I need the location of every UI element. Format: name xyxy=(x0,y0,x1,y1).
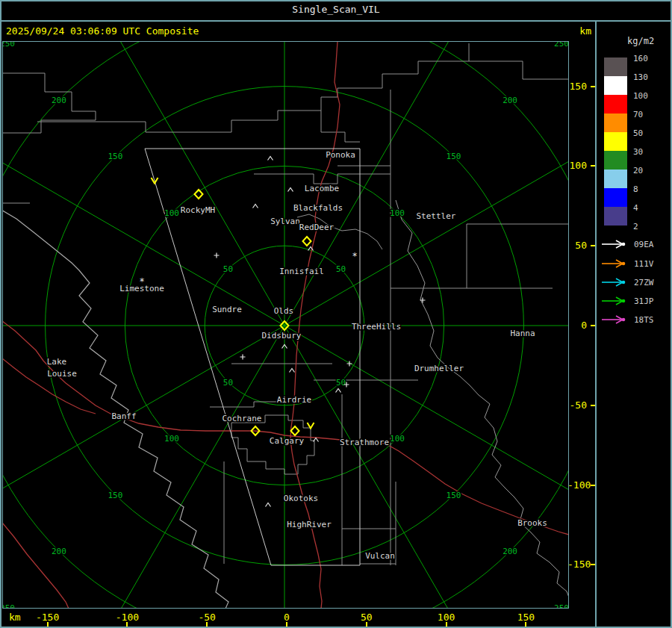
x-axis-tick-label: 50 xyxy=(352,612,382,623)
x-axis-tick xyxy=(206,622,208,627)
radar-viewer-window: Single_Scan_VIL 2025/09/24 03:06:09 UTC … xyxy=(0,0,672,628)
city-label: Ponoka xyxy=(326,150,355,160)
scale-value-label: 50 xyxy=(633,128,663,138)
x-axis-tick xyxy=(446,622,447,627)
ring-distance-label: 50 xyxy=(223,378,233,388)
ring-distance-label: 100 xyxy=(390,208,405,218)
city-label: RedDeer xyxy=(299,223,335,232)
y-axis-tick xyxy=(591,485,595,486)
river-line xyxy=(396,200,569,597)
ring-distance-label: 50 xyxy=(223,264,233,274)
city-label: Hanna xyxy=(510,329,535,338)
map-canvas[interactable]: 5010015020025050100150200250501001502002… xyxy=(2,41,569,609)
x-axis-tick-label: 0 xyxy=(272,612,302,623)
track-id-label: 31JP xyxy=(634,296,654,306)
scale-swatch xyxy=(604,207,627,226)
city-label: Strathmore xyxy=(340,438,389,447)
storm-vector-marker xyxy=(308,423,314,429)
y-axis-tick-label: 0 xyxy=(567,320,587,331)
ring-distance-label: 250 xyxy=(554,41,569,49)
ring-distance-label: 250 xyxy=(554,603,569,609)
x-axis-tick-label: 100 xyxy=(432,612,461,623)
scale-value-label: 160 xyxy=(633,54,663,63)
y-axis-tick xyxy=(591,165,595,167)
city-label: Lake xyxy=(47,357,67,367)
track-legend-row: 09EA xyxy=(601,239,654,249)
title-separator xyxy=(0,20,672,22)
city-label: Brooks xyxy=(517,518,547,528)
ring-distance-label: 250 xyxy=(2,41,15,49)
x-axis-tick xyxy=(286,622,287,627)
y-axis-tick-label: -50 xyxy=(567,400,587,411)
city-label: Cochrane xyxy=(223,414,262,423)
city-label: Stettler xyxy=(417,211,456,221)
track-arrow-icon xyxy=(601,296,628,306)
city-label: Blackfalds xyxy=(293,203,343,213)
ring-distance-label: 200 xyxy=(52,96,66,105)
x-axis-tick xyxy=(126,622,128,627)
city-label: Louise xyxy=(47,369,77,379)
scale-swatch xyxy=(604,114,627,132)
radar-site-marker xyxy=(291,426,299,435)
y-axis-tick-label: 150 xyxy=(567,81,587,92)
track-legend-row: 18TS xyxy=(601,314,654,325)
y-axis-unit: km xyxy=(572,25,591,37)
city-label: ThreeHills xyxy=(352,322,401,332)
scale-value-label: 100 xyxy=(633,91,663,101)
y-axis-tick-label: 50 xyxy=(567,240,587,251)
x-axis-tick xyxy=(525,622,526,627)
x-axis-tick xyxy=(366,622,367,627)
town-plus-marker xyxy=(240,355,246,360)
city-label: Vulcan xyxy=(365,551,395,561)
city-label: Didsbury xyxy=(262,331,302,341)
town-caret-marker xyxy=(314,438,319,442)
scale-value-label: 8 xyxy=(633,184,663,194)
scale-swatch xyxy=(604,170,627,188)
ring-distance-label: 100 xyxy=(164,208,179,218)
town-caret-marker xyxy=(290,369,295,373)
x-axis-tick-label: -100 xyxy=(112,612,142,623)
town-caret-marker xyxy=(266,503,271,507)
scale-swatch xyxy=(604,76,627,95)
y-axis-tick-label: 100 xyxy=(567,160,587,171)
city-label: RockyMH xyxy=(181,205,215,215)
x-axis-unit: km xyxy=(9,612,21,623)
scale-swatch xyxy=(604,188,627,207)
legend-divider xyxy=(595,21,597,627)
ring-distance-label: 150 xyxy=(447,152,461,161)
ring-distance-label: 150 xyxy=(108,152,123,161)
ring-distance-label: 250 xyxy=(2,603,15,609)
scale-value-label: 4 xyxy=(633,203,663,213)
scale-value-label: 2 xyxy=(633,222,663,231)
x-axis-tick-label: -150 xyxy=(33,612,63,623)
town-caret-marker xyxy=(268,157,273,161)
ring-distance-label: 200 xyxy=(503,96,517,105)
city-label: Lacombe xyxy=(305,184,339,193)
x-axis-tick-label: 150 xyxy=(511,612,541,623)
city-label: Sundre xyxy=(212,305,242,314)
y-axis-tick xyxy=(591,405,595,406)
x-axis-tick-label: -50 xyxy=(192,612,222,623)
scale-value-label: 130 xyxy=(633,72,663,82)
track-legend-row: 31JP xyxy=(601,296,654,306)
town-caret-marker xyxy=(288,188,293,192)
city-label: Airdrie xyxy=(277,395,311,405)
city-label: Drumheller xyxy=(414,364,464,373)
city-label: Olds xyxy=(274,306,294,316)
scale-swatch xyxy=(604,57,627,76)
scale-swatch xyxy=(604,151,627,170)
radar-site-marker xyxy=(303,237,311,246)
scan-timestamp: 2025/09/24 03:06:09 UTC Composite xyxy=(6,25,199,37)
title-bar[interactable]: Single_Scan_VIL xyxy=(0,0,672,19)
town-caret-marker xyxy=(336,389,341,393)
county-boundary xyxy=(2,73,96,133)
track-arrow-icon xyxy=(601,239,628,249)
y-axis-tick xyxy=(591,564,595,565)
window-border-left xyxy=(0,0,1,628)
provincial-border xyxy=(2,209,228,609)
y-axis-tick xyxy=(591,325,595,326)
town-asterisk-marker: * xyxy=(139,276,144,287)
county-boundary xyxy=(321,111,360,142)
city-label: Innisfail xyxy=(279,267,324,276)
city-label: Calgary xyxy=(270,436,305,446)
